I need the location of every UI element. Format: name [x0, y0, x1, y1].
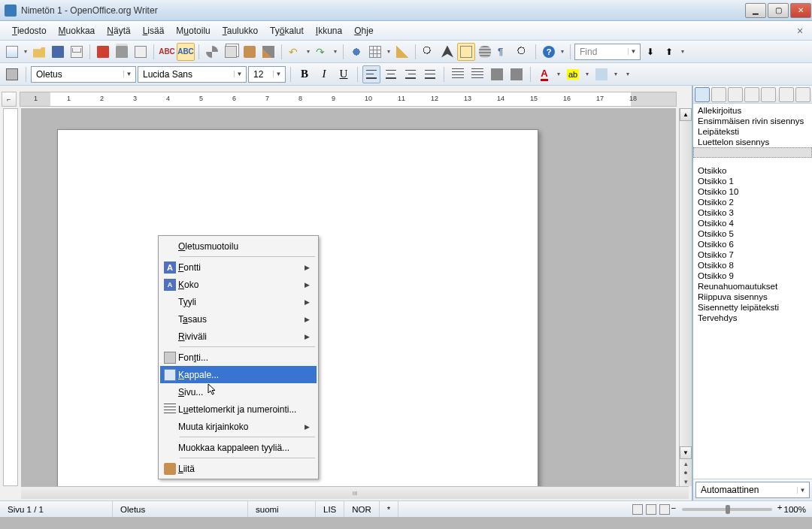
export-pdf-button[interactable] [94, 43, 112, 61]
frame-styles-tab[interactable] [728, 87, 743, 102]
table-button[interactable] [366, 43, 384, 61]
zoom-thumb[interactable] [726, 505, 730, 514]
status-selection-mode[interactable]: NOR [344, 501, 380, 517]
document-viewport[interactable] [21, 108, 676, 486]
style-item[interactable]: Otsikko 8 [693, 260, 812, 271]
highlight-button[interactable]: ab [564, 65, 582, 83]
bg-color-dropdown[interactable]: ▾ [612, 71, 620, 77]
underline-button[interactable]: U [335, 65, 353, 83]
style-item[interactable]: Reunahuomautukset [693, 281, 812, 292]
paste-button[interactable] [241, 43, 259, 61]
redo-button[interactable]: ↷ [313, 43, 331, 61]
format-paintbrush-button[interactable] [259, 43, 277, 61]
undo-dropdown[interactable]: ▾ [304, 48, 312, 55]
status-page[interactable]: Sivu 1 / 1 [0, 501, 113, 517]
bullet-list-button[interactable] [468, 65, 486, 83]
context-menu-item[interactable]: Oletusmuotoilu [160, 237, 317, 255]
fill-format-button[interactable] [779, 87, 794, 102]
context-menu-item[interactable]: Luettelomerkit ja numerointi... [160, 401, 317, 418]
email-button[interactable] [68, 43, 86, 61]
help-dropdown[interactable]: ▾ [559, 48, 566, 55]
chevron-down-icon[interactable]: ▼ [123, 71, 134, 77]
gallery-button[interactable] [457, 43, 475, 61]
new-doc-button[interactable] [3, 43, 21, 61]
increase-indent-button[interactable] [508, 65, 526, 83]
context-menu-item[interactable]: Sivu... [160, 383, 317, 401]
style-item[interactable]: Luettelon sisennys [693, 137, 812, 147]
menu-format[interactable]: Muotoilu [170, 23, 216, 38]
undo-button[interactable]: ↶ [286, 43, 304, 61]
copy-button[interactable] [222, 43, 240, 61]
redo-dropdown[interactable]: ▾ [332, 48, 339, 55]
context-menu-item[interactable]: Tyyli▶ [160, 293, 317, 310]
context-menu-item[interactable]: Riviväli▶ [160, 328, 317, 345]
font-size-combo[interactable]: 12 ▼ [248, 66, 286, 83]
context-menu-item[interactable]: AKoko▶ [160, 276, 317, 293]
style-item[interactable]: Allekirjoitus [693, 105, 812, 116]
scroll-up-button[interactable]: ▲ [680, 108, 692, 121]
numbered-list-button[interactable] [449, 65, 467, 83]
hyperlink-button[interactable] [347, 43, 365, 61]
bold-button[interactable]: B [295, 65, 314, 83]
styles-filter-combo[interactable]: Automaattinen ▼ [695, 482, 810, 498]
menu-view[interactable]: Näytä [101, 23, 136, 38]
single-page-icon[interactable] [632, 504, 643, 515]
style-item[interactable]: Ensimmäisen rivin sisennys [693, 116, 812, 126]
scroll-track[interactable] [680, 121, 692, 446]
menu-insert[interactable]: Lisää [137, 23, 171, 38]
find-replace-button[interactable] [420, 43, 438, 61]
minimize-button[interactable]: ▁ [745, 3, 766, 18]
context-menu-item[interactable]: Tasaus▶ [160, 310, 317, 328]
menu-table[interactable]: Taulukko [217, 23, 264, 38]
vertical-ruler[interactable] [3, 108, 18, 486]
horizontal-scrollbar[interactable]: III [21, 486, 689, 499]
bg-color-button[interactable] [592, 65, 611, 83]
save-button[interactable] [49, 43, 67, 61]
context-menu-item[interactable]: Fontti... [160, 349, 317, 366]
context-menu-item[interactable]: Kappale... [160, 366, 317, 383]
styles-window-button[interactable] [3, 65, 21, 83]
align-left-button[interactable] [362, 65, 380, 83]
vertical-scrollbar[interactable]: ▲ ▼ ▴ ● ▾ [679, 108, 692, 486]
horizontal-ruler[interactable]: 1123456789101112131415161718 [20, 92, 677, 107]
navigator-button[interactable] [438, 43, 456, 61]
style-item[interactable]: Sisennetty leipäteksti [693, 302, 812, 313]
style-item[interactable]: Riippuva sisennys [693, 292, 812, 302]
menu-tools[interactable]: Työkalut [264, 23, 310, 38]
style-item[interactable]: Otsikko 9 [693, 271, 812, 281]
menu-window[interactable]: Ikkuna [310, 23, 348, 38]
styles-list[interactable]: AllekirjoitusEnsimmäisen rivin sisennysL… [693, 104, 812, 479]
menu-help[interactable]: Ohje [348, 23, 379, 38]
style-item[interactable]: Otsikko 7 [693, 249, 812, 260]
maximize-button[interactable]: ▢ [768, 3, 789, 18]
context-menu-item[interactable]: Muokkaa kappaleen tyyliä... [160, 439, 317, 456]
print-preview-button[interactable] [132, 43, 150, 61]
nav-select-icon[interactable]: ● [680, 468, 692, 477]
menu-edit[interactable]: Muokkaa [53, 23, 102, 38]
align-justify-button[interactable] [421, 65, 439, 83]
page-styles-tab[interactable] [744, 87, 759, 102]
multi-page-icon[interactable] [646, 504, 656, 515]
font-color-dropdown[interactable]: ▾ [555, 71, 562, 77]
nav-prev-icon[interactable]: ▴ [680, 459, 692, 468]
status-style[interactable]: Oletus [113, 501, 248, 517]
style-item[interactable]: Otsikko 10 [693, 186, 812, 197]
zoom-slider[interactable] [682, 508, 772, 511]
font-color-button[interactable]: A [535, 65, 553, 83]
find-combo[interactable]: Find ▼ [574, 44, 641, 60]
spellcheck-button[interactable]: ABC [158, 43, 176, 61]
auto-spellcheck-button[interactable]: ABC [177, 43, 195, 61]
cut-button[interactable] [203, 43, 221, 61]
chevron-down-icon[interactable]: ▼ [797, 487, 807, 494]
find-next-button[interactable]: ⬇ [641, 43, 659, 61]
new-doc-dropdown[interactable]: ▾ [22, 48, 29, 55]
style-item[interactable]: Otsikko 6 [693, 239, 812, 249]
ruler-corner[interactable]: ⌐ [2, 92, 17, 107]
highlight-dropdown[interactable]: ▾ [583, 71, 591, 77]
style-item[interactable]: Otsikko 5 [693, 228, 812, 239]
toolbar2-overflow[interactable]: ▾ [624, 71, 632, 77]
new-style-button[interactable] [795, 87, 810, 102]
status-insert-mode[interactable]: LIS [316, 501, 344, 517]
menu-file[interactable]: Tiedosto [6, 23, 53, 38]
style-item[interactable]: Otsikko 3 [693, 207, 812, 218]
